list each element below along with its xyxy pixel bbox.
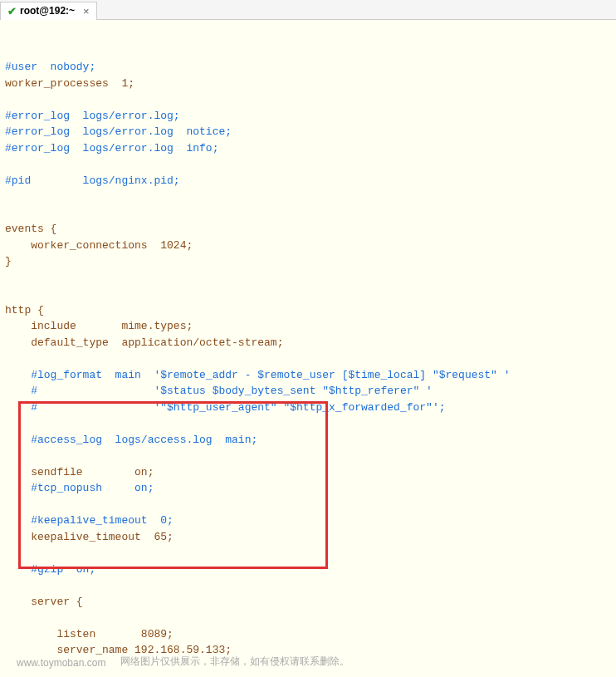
code-line: worker_connections 1024; (5, 239, 193, 252)
code-line: # '$status $body_bytes_sent "$http_refer… (5, 385, 433, 397)
config-editor[interactable]: #user nobody; worker_processes 1; #error… (0, 20, 616, 677)
code-line: #pid logs/nginx.pid; (5, 174, 180, 187)
code-line: sendfile on; (5, 466, 154, 478)
code-line: server { (5, 596, 83, 608)
code-line: #error_log logs/error.log notice; (5, 125, 232, 138)
code-line: worker_processes 1; (5, 77, 134, 90)
code-line: include mime.types; (5, 320, 193, 332)
code-line: #tcp_nopush on; (5, 482, 154, 494)
tab-bar: ✔ root@192:~ × (0, 0, 616, 20)
code-line: keepalive_timeout 65; (5, 531, 174, 543)
code-line: #error_log logs/error.log info; (5, 142, 218, 155)
watermark-left: www.toymoban.com (17, 657, 105, 669)
code-line: #access_log logs/access.log main; (5, 434, 257, 446)
code-line: #log_format main '$remote_addr - $remote… (5, 369, 511, 381)
code-line: events { (5, 223, 56, 235)
code-line: #gzip on; (5, 563, 95, 576)
code-line: #error_log logs/error.log; (5, 110, 180, 122)
code-line: default_type application/octet-stream; (5, 336, 283, 349)
code-line: #user nobody; (5, 61, 95, 73)
code-line: # '"$http_user_agent" "$http_x_forwarded… (5, 401, 446, 414)
code-line: } (5, 255, 12, 267)
close-icon[interactable]: × (83, 5, 90, 17)
tab-title: root@192:~ (20, 5, 75, 17)
check-icon: ✔ (7, 5, 17, 17)
code-line: http { (5, 304, 44, 316)
code-line: listen 8089; (5, 628, 174, 640)
code-line: #keepalive_timeout 0; (5, 514, 174, 527)
watermark-right: 网络图片仅供展示，非存储，如有侵权请联系删除。 (120, 655, 350, 669)
terminal-tab[interactable]: ✔ root@192:~ × (0, 2, 97, 20)
